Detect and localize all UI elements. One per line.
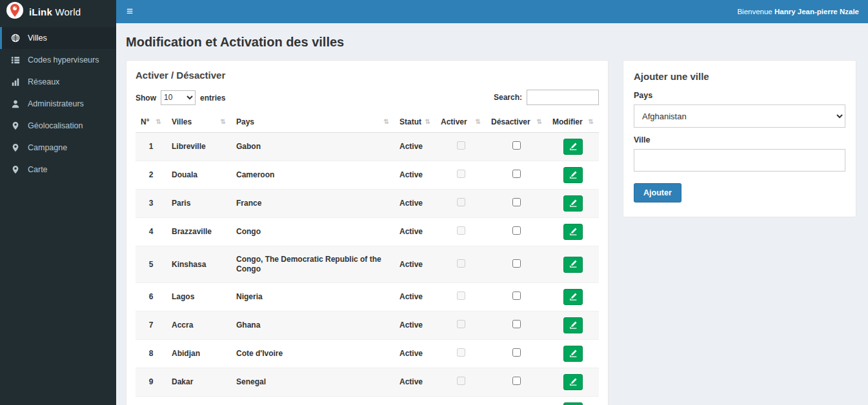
cell-desactiver (486, 340, 547, 368)
table-row: 6LagosNigeriaActive (136, 283, 599, 311)
sidebar-item-reseaux[interactable]: Réseaux (0, 71, 116, 93)
edit-icon (569, 259, 578, 270)
cell-modifier (547, 190, 599, 218)
column-header[interactable]: Pays⇅ (231, 112, 394, 133)
column-header[interactable]: N°⇅ (136, 112, 167, 133)
modifier-button[interactable] (563, 195, 583, 212)
cell-statut: Active (394, 283, 436, 311)
cell-modifier (547, 246, 599, 283)
column-header[interactable]: Statut⇅ (394, 112, 436, 133)
activer-checkbox[interactable] (457, 291, 465, 300)
cell-pays: Cote d'Ivoire (231, 340, 394, 368)
edit-icon (569, 292, 578, 302)
column-header[interactable]: Désactiver⇅ (486, 112, 547, 133)
modifier-button[interactable] (563, 224, 583, 240)
activer-checkbox[interactable] (457, 198, 465, 206)
table-body: 1LibrevilleGabonActive2DoualaCameroonAct… (136, 133, 599, 405)
desactiver-checkbox[interactable] (512, 320, 521, 328)
column-label: Activer (441, 117, 467, 126)
desactiver-checkbox[interactable] (512, 259, 521, 268)
cell-statut: Active (394, 397, 436, 405)
desactiver-checkbox[interactable] (512, 198, 521, 206)
desactiver-checkbox[interactable] (512, 348, 521, 357)
search-control: Search: (494, 90, 599, 105)
search-input[interactable] (527, 90, 599, 105)
sort-icon: ⇅ (384, 118, 389, 125)
modifier-button[interactable] (563, 167, 583, 183)
sidebar-item-geolocalisation[interactable]: Géolocalisation (0, 115, 116, 137)
cell-pays: Senegal (231, 368, 394, 397)
menu-icon[interactable]: ≡ (116, 0, 143, 23)
brand[interactable]: iLink World (0, 0, 116, 23)
cell-num: 6 (136, 283, 167, 311)
column-header[interactable]: Modifier⇅ (547, 112, 599, 133)
desactiver-checkbox[interactable] (512, 170, 521, 178)
cell-desactiver (486, 218, 547, 246)
sort-icon: ⇅ (537, 118, 542, 125)
cell-num: 5 (136, 246, 167, 283)
sidebar-item-codes-hyperviseurs[interactable]: Codes hyperviseurs (0, 49, 116, 71)
cell-activer (436, 397, 486, 405)
cities-table: N°⇅Villes⇅Pays⇅Statut⇅Activer⇅Désactiver… (136, 112, 599, 405)
modifier-button[interactable] (563, 374, 583, 390)
cell-num: 8 (136, 340, 167, 368)
cities-table-panel: Activer / Désactiver Show10entries Searc… (126, 60, 609, 405)
modifier-button[interactable] (563, 289, 583, 305)
page-length-select[interactable]: 10 (161, 90, 196, 105)
cell-statut: Active (394, 246, 436, 283)
cell-desactiver (486, 246, 547, 283)
sidebar-item-carte[interactable]: Carte (0, 159, 116, 181)
modifier-button[interactable] (563, 346, 583, 362)
table-row: 10BamakoMaliActive (136, 397, 599, 405)
cell-num: 9 (136, 368, 167, 397)
modifier-button[interactable] (563, 317, 583, 333)
activer-checkbox[interactable] (457, 226, 465, 235)
modifier-button[interactable] (563, 139, 583, 155)
cell-modifier (547, 311, 599, 340)
cell-pays: Congo (231, 218, 394, 246)
map-marker-icon (10, 121, 21, 130)
modifier-button[interactable] (563, 402, 583, 405)
column-label: Statut (399, 117, 421, 126)
cell-modifier (547, 283, 599, 311)
activer-checkbox[interactable] (457, 141, 465, 150)
edit-icon (569, 142, 578, 152)
cell-pays: Gabon (231, 133, 394, 161)
activer-checkbox[interactable] (457, 170, 465, 178)
navbar: ≡ Bienvenue Hanry Jean-pierre Nzale (116, 0, 868, 23)
desactiver-checkbox[interactable] (512, 226, 521, 235)
map-marker-icon (10, 143, 21, 152)
cell-modifier (547, 161, 599, 190)
sidebar-item-villes[interactable]: Villes (0, 27, 116, 49)
activer-checkbox[interactable] (457, 348, 465, 357)
map-marker-icon (10, 165, 21, 174)
activer-checkbox[interactable] (457, 320, 465, 328)
column-header[interactable]: Villes⇅ (167, 112, 231, 133)
cell-statut: Active (394, 161, 436, 190)
table-row: 8AbidjanCote d'IvoireActive (136, 340, 599, 368)
sidebar-item-administrateurs[interactable]: Administrateurs (0, 93, 116, 115)
activer-checkbox[interactable] (457, 377, 465, 385)
activer-checkbox[interactable] (457, 259, 465, 268)
pays-select[interactable]: Afghanistan (634, 104, 845, 128)
desactiver-checkbox[interactable] (512, 291, 521, 300)
desactiver-checkbox[interactable] (512, 377, 521, 385)
cell-ville: Abidjan (167, 340, 231, 368)
desactiver-checkbox[interactable] (512, 141, 521, 150)
ajouter-button[interactable]: Ajouter (634, 183, 681, 202)
cell-pays: Cameroon (231, 161, 394, 190)
sidebar-item-label: Villes (28, 34, 47, 43)
cell-ville: Libreville (167, 133, 231, 161)
table-row: 9DakarSenegalActive (136, 368, 599, 397)
sort-icon: ⇅ (476, 118, 481, 125)
sidebar-item-label: Codes hyperviseurs (28, 55, 99, 64)
cell-desactiver (486, 311, 547, 340)
sidebar-item-campagne[interactable]: Campagne (0, 137, 116, 159)
cell-activer (436, 161, 486, 190)
ville-input[interactable] (634, 149, 845, 172)
cell-statut: Active (394, 311, 436, 340)
modifier-button[interactable] (563, 257, 583, 273)
column-header[interactable]: Activer⇅ (436, 112, 486, 133)
top-navbar: iLink World ≡ Bienvenue Hanry Jean-pierr… (0, 0, 868, 23)
brand-text: iLink World (29, 6, 81, 17)
